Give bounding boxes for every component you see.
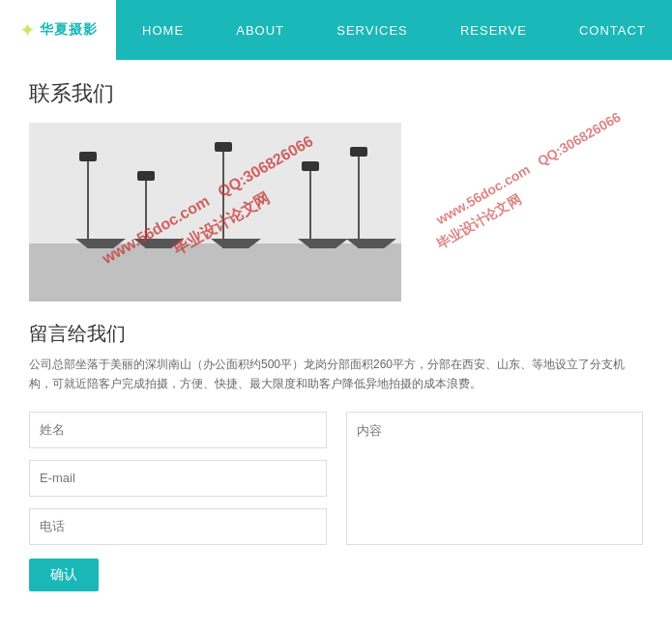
content-textarea[interactable]	[346, 412, 644, 545]
main-content: 联系我们 www.56doc.com QQ:306826066 毕业设计论文网 …	[0, 60, 672, 631]
studio-image: www.56doc.com QQ:306826066 毕业设计论文网	[29, 123, 401, 301]
name-input[interactable]	[29, 412, 327, 448]
nav-contact[interactable]: CONTACT	[570, 23, 656, 38]
tripod-2	[145, 181, 147, 248]
contact-title: 联系我们	[29, 79, 643, 108]
nav-about[interactable]: ABOUT	[226, 23, 294, 38]
content-wrapper: 联系我们 www.56doc.com QQ:306826066 毕业设计论文网 …	[29, 79, 643, 591]
message-section: 留言给我们 公司总部坐落于美丽的深圳南山（办公面积约500平）龙岗分部面积260…	[29, 321, 643, 591]
email-input[interactable]	[29, 460, 327, 497]
main-nav: HOME ABOUT SERVICES RESERVE CONTACT	[116, 0, 672, 60]
nav-reserve[interactable]: RESERVE	[451, 23, 537, 38]
tripod-3	[222, 152, 224, 248]
submit-button[interactable]: 确认	[29, 559, 99, 591]
page-watermark: www.56doc.com QQ:306826066 毕业设计论文网	[424, 157, 633, 205]
page-watermark-line1: www.56doc.com QQ:306826066	[431, 105, 626, 232]
form-right-col	[346, 412, 644, 545]
logo[interactable]: ✦ 华夏摄影	[0, 0, 116, 60]
phone-input[interactable]	[29, 508, 327, 545]
page-watermark-line2: 毕业设计论文网	[431, 130, 626, 257]
studio-wall	[29, 123, 401, 244]
description-text: 公司总部坐落于美丽的深圳南山（办公面积约500平）龙岗分部面积260平方，分部在…	[29, 355, 643, 394]
nav-home[interactable]: HOME	[132, 23, 193, 38]
submit-row: 确认	[29, 559, 643, 591]
tripod-1	[87, 161, 89, 248]
tripod-5	[358, 157, 360, 248]
form-left-col	[29, 412, 327, 545]
message-title: 留言给我们	[29, 321, 643, 347]
logo-text: 华夏摄影	[40, 21, 98, 39]
contact-form	[29, 412, 643, 545]
nav-services[interactable]: SERVICES	[327, 23, 418, 38]
header: ✦ 华夏摄影 HOME ABOUT SERVICES RESERVE CONTA…	[0, 0, 672, 60]
logo-icon: ✦	[19, 18, 36, 42]
tripod-4	[309, 171, 311, 248]
